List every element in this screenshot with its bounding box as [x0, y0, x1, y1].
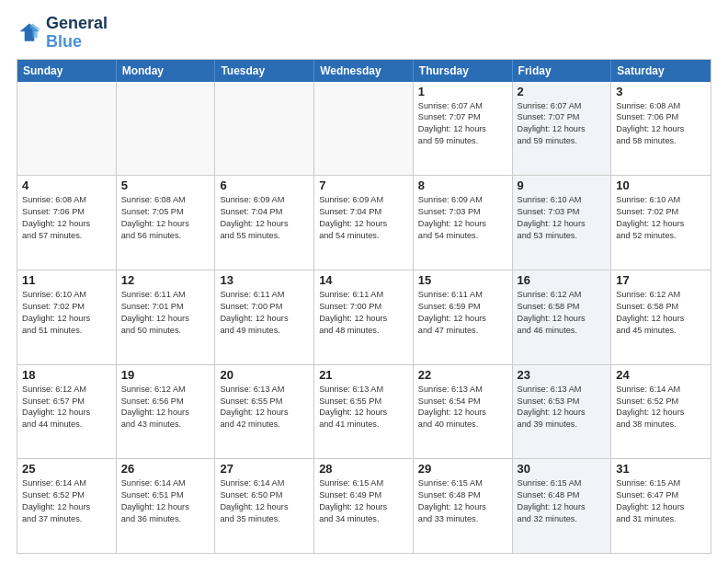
day-number: 15	[418, 273, 507, 287]
day-info: Sunrise: 6:07 AM Sunset: 7:07 PM Dayligh…	[418, 100, 507, 148]
day-number: 23	[518, 368, 607, 382]
day-cell-29: 29Sunrise: 6:15 AM Sunset: 6:48 PM Dayli…	[414, 459, 513, 553]
logo-text: General Blue	[46, 15, 108, 52]
day-cell-9: 9Sunrise: 6:10 AM Sunset: 7:03 PM Daylig…	[513, 176, 612, 270]
day-info: Sunrise: 6:15 AM Sunset: 6:47 PM Dayligh…	[616, 477, 706, 525]
day-info: Sunrise: 6:14 AM Sunset: 6:52 PM Dayligh…	[22, 477, 111, 525]
day-info: Sunrise: 6:08 AM Sunset: 7:06 PM Dayligh…	[22, 194, 111, 242]
calendar: SundayMondayTuesdayWednesdayThursdayFrid…	[17, 59, 711, 554]
day-info: Sunrise: 6:14 AM Sunset: 6:52 PM Dayligh…	[616, 384, 706, 431]
day-info: Sunrise: 6:08 AM Sunset: 7:05 PM Dayligh…	[121, 194, 210, 242]
calendar-body: 1Sunrise: 6:07 AM Sunset: 7:07 PM Daylig…	[17, 82, 711, 553]
day-number: 31	[616, 462, 706, 476]
day-info: Sunrise: 6:12 AM Sunset: 6:58 PM Dayligh…	[518, 289, 607, 337]
day-cell-14: 14Sunrise: 6:11 AM Sunset: 7:00 PM Dayli…	[314, 270, 414, 364]
day-cell-20: 20Sunrise: 6:13 AM Sunset: 6:55 PM Dayli…	[215, 365, 314, 459]
day-header-sunday: Sunday	[17, 60, 117, 82]
day-info: Sunrise: 6:12 AM Sunset: 6:57 PM Dayligh…	[22, 384, 111, 431]
day-number: 8	[418, 178, 507, 192]
day-cell-2: 2Sunrise: 6:07 AM Sunset: 7:07 PM Daylig…	[513, 82, 612, 176]
day-info: Sunrise: 6:15 AM Sunset: 6:49 PM Dayligh…	[319, 477, 408, 525]
day-cell-19: 19Sunrise: 6:12 AM Sunset: 6:56 PM Dayli…	[117, 365, 216, 459]
day-info: Sunrise: 6:07 AM Sunset: 7:07 PM Dayligh…	[518, 100, 607, 148]
day-cell-12: 12Sunrise: 6:11 AM Sunset: 7:01 PM Dayli…	[117, 270, 216, 364]
day-header-wednesday: Wednesday	[314, 60, 414, 82]
day-info: Sunrise: 6:09 AM Sunset: 7:04 PM Dayligh…	[220, 194, 309, 242]
day-number: 12	[121, 273, 210, 287]
logo: General Blue	[17, 15, 108, 52]
day-info: Sunrise: 6:13 AM Sunset: 6:53 PM Dayligh…	[518, 384, 607, 431]
day-header-monday: Monday	[117, 60, 216, 82]
day-cell-27: 27Sunrise: 6:14 AM Sunset: 6:50 PM Dayli…	[215, 459, 314, 553]
day-info: Sunrise: 6:14 AM Sunset: 6:51 PM Dayligh…	[121, 477, 210, 525]
page: General Blue SundayMondayTuesdayWednesda…	[0, 0, 728, 563]
day-info: Sunrise: 6:13 AM Sunset: 6:55 PM Dayligh…	[220, 384, 309, 431]
day-cell-16: 16Sunrise: 6:12 AM Sunset: 6:58 PM Dayli…	[513, 270, 612, 364]
day-cell-24: 24Sunrise: 6:14 AM Sunset: 6:52 PM Dayli…	[611, 365, 711, 459]
day-number: 2	[518, 85, 607, 98]
day-number: 25	[22, 462, 111, 476]
day-cell-4: 4Sunrise: 6:08 AM Sunset: 7:06 PM Daylig…	[17, 176, 117, 270]
day-header-tuesday: Tuesday	[215, 60, 314, 82]
day-info: Sunrise: 6:11 AM Sunset: 6:59 PM Dayligh…	[418, 289, 507, 337]
day-number: 28	[319, 462, 408, 476]
day-cell-13: 13Sunrise: 6:11 AM Sunset: 7:00 PM Dayli…	[215, 270, 314, 364]
calendar-row-5: 25Sunrise: 6:14 AM Sunset: 6:52 PM Dayli…	[17, 458, 711, 553]
day-info: Sunrise: 6:10 AM Sunset: 7:02 PM Dayligh…	[616, 194, 706, 242]
calendar-header: SundayMondayTuesdayWednesdayThursdayFrid…	[17, 60, 711, 82]
day-number: 19	[121, 368, 210, 382]
day-number: 3	[616, 85, 706, 98]
day-number: 10	[616, 178, 706, 192]
day-number: 24	[616, 368, 706, 382]
day-number: 14	[319, 273, 408, 287]
day-info: Sunrise: 6:10 AM Sunset: 7:03 PM Dayligh…	[518, 194, 607, 242]
day-cell-8: 8Sunrise: 6:09 AM Sunset: 7:03 PM Daylig…	[414, 176, 513, 270]
calendar-row-4: 18Sunrise: 6:12 AM Sunset: 6:57 PM Dayli…	[17, 364, 711, 459]
day-info: Sunrise: 6:12 AM Sunset: 6:56 PM Dayligh…	[121, 384, 210, 431]
day-cell-6: 6Sunrise: 6:09 AM Sunset: 7:04 PM Daylig…	[215, 176, 314, 270]
day-info: Sunrise: 6:15 AM Sunset: 6:48 PM Dayligh…	[518, 477, 607, 525]
calendar-row-3: 11Sunrise: 6:10 AM Sunset: 7:02 PM Dayli…	[17, 270, 711, 364]
day-number: 4	[22, 178, 111, 192]
logo-icon	[17, 20, 42, 46]
day-number: 1	[418, 85, 507, 98]
day-number: 11	[22, 273, 111, 287]
day-header-friday: Friday	[513, 60, 612, 82]
day-cell-7: 7Sunrise: 6:09 AM Sunset: 7:04 PM Daylig…	[314, 176, 414, 270]
day-cell-18: 18Sunrise: 6:12 AM Sunset: 6:57 PM Dayli…	[17, 365, 117, 459]
empty-cell-r0c2	[215, 82, 314, 176]
day-number: 22	[418, 368, 507, 382]
calendar-row-2: 4Sunrise: 6:08 AM Sunset: 7:06 PM Daylig…	[17, 175, 711, 270]
day-number: 30	[518, 462, 607, 476]
day-number: 21	[319, 368, 408, 382]
day-number: 26	[121, 462, 210, 476]
day-header-saturday: Saturday	[611, 60, 711, 82]
day-info: Sunrise: 6:10 AM Sunset: 7:02 PM Dayligh…	[22, 289, 111, 337]
day-number: 13	[220, 273, 309, 287]
day-info: Sunrise: 6:08 AM Sunset: 7:06 PM Dayligh…	[616, 100, 706, 148]
day-cell-30: 30Sunrise: 6:15 AM Sunset: 6:48 PM Dayli…	[513, 459, 612, 553]
day-number: 17	[616, 273, 706, 287]
day-cell-15: 15Sunrise: 6:11 AM Sunset: 6:59 PM Dayli…	[414, 270, 513, 364]
day-info: Sunrise: 6:14 AM Sunset: 6:50 PM Dayligh…	[220, 477, 309, 525]
day-number: 5	[121, 178, 210, 192]
header: General Blue	[17, 15, 711, 52]
day-number: 7	[319, 178, 408, 192]
day-number: 16	[518, 273, 607, 287]
day-cell-23: 23Sunrise: 6:13 AM Sunset: 6:53 PM Dayli…	[513, 365, 612, 459]
day-cell-25: 25Sunrise: 6:14 AM Sunset: 6:52 PM Dayli…	[17, 459, 117, 553]
empty-cell-r0c0	[17, 82, 117, 176]
day-cell-11: 11Sunrise: 6:10 AM Sunset: 7:02 PM Dayli…	[17, 270, 117, 364]
day-info: Sunrise: 6:13 AM Sunset: 6:54 PM Dayligh…	[418, 384, 507, 431]
day-cell-21: 21Sunrise: 6:13 AM Sunset: 6:55 PM Dayli…	[314, 365, 414, 459]
day-info: Sunrise: 6:11 AM Sunset: 7:01 PM Dayligh…	[121, 289, 210, 337]
day-info: Sunrise: 6:09 AM Sunset: 7:04 PM Dayligh…	[319, 194, 408, 242]
day-number: 27	[220, 462, 309, 476]
day-cell-10: 10Sunrise: 6:10 AM Sunset: 7:02 PM Dayli…	[611, 176, 711, 270]
day-number: 9	[518, 178, 607, 192]
day-number: 18	[22, 368, 111, 382]
empty-cell-r0c3	[314, 82, 414, 176]
day-cell-28: 28Sunrise: 6:15 AM Sunset: 6:49 PM Dayli…	[314, 459, 414, 553]
day-info: Sunrise: 6:15 AM Sunset: 6:48 PM Dayligh…	[418, 477, 507, 525]
day-info: Sunrise: 6:12 AM Sunset: 6:58 PM Dayligh…	[616, 289, 706, 337]
